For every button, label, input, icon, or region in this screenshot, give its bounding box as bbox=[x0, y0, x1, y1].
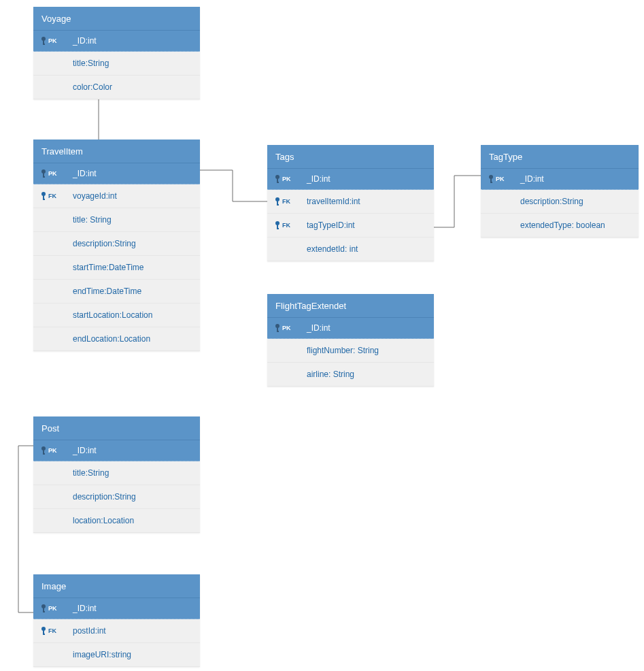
attr-row: extendedType: boolean bbox=[481, 214, 639, 238]
attr-row: location:Location bbox=[33, 509, 200, 533]
fk-row: FK voyageId:int bbox=[33, 184, 200, 208]
key-icon bbox=[40, 446, 47, 455]
attr-row: title:String bbox=[33, 52, 200, 76]
field-text: extendetId: int bbox=[307, 244, 427, 254]
key-tag: PK bbox=[48, 605, 57, 612]
entity-post[interactable]: Post PK _ID:int title:String description… bbox=[33, 416, 200, 533]
fk-row: FK tagTypeID:int bbox=[267, 214, 434, 238]
field-text: imageURI:string bbox=[73, 650, 193, 659]
key-tag: PK bbox=[282, 325, 291, 331]
field-text: startTime:DateTime bbox=[73, 263, 193, 272]
key-icon bbox=[274, 220, 281, 230]
fk-row: FK postId:int bbox=[33, 619, 200, 643]
attr-row: flightNumber: String bbox=[267, 339, 434, 363]
key-tag: PK bbox=[48, 447, 57, 454]
entity-title: Image bbox=[33, 574, 200, 598]
svg-rect-15 bbox=[277, 204, 279, 206]
key-icon bbox=[40, 604, 47, 613]
field-text: _ID:int bbox=[73, 446, 193, 455]
field-text: title:String bbox=[73, 59, 193, 68]
attr-row: endTime:DateTime bbox=[33, 280, 200, 304]
field-text: _ID:int bbox=[520, 174, 632, 184]
field-text: _ID:int bbox=[307, 174, 427, 184]
attr-row: startLocation:Location bbox=[33, 304, 200, 327]
svg-rect-24 bbox=[277, 331, 279, 332]
field-text: endTime:DateTime bbox=[73, 287, 193, 296]
field-text: _ID:int bbox=[73, 604, 193, 613]
field-text: startLocation:Location bbox=[73, 310, 193, 320]
attr-row: extendetId: int bbox=[267, 238, 434, 261]
attr-row: startTime:DateTime bbox=[33, 256, 200, 280]
entity-title: Tags bbox=[267, 145, 434, 169]
field-text: description:String bbox=[73, 492, 193, 502]
key-tag: FK bbox=[282, 198, 290, 205]
key-icon bbox=[40, 169, 47, 178]
svg-rect-6 bbox=[43, 176, 45, 178]
field-text: extendedType: boolean bbox=[520, 220, 632, 230]
key-tag: FK bbox=[48, 627, 56, 634]
entity-tagtype[interactable]: TagType PK _ID:int description:String ex… bbox=[481, 145, 639, 238]
field-text: voyageId:int bbox=[73, 191, 193, 201]
field-text: title:String bbox=[73, 468, 193, 478]
field-text: description:String bbox=[73, 239, 193, 248]
key-tag: PK bbox=[496, 176, 505, 182]
key-tag: FK bbox=[48, 193, 56, 199]
attr-row: description:String bbox=[481, 190, 639, 214]
attr-row: imageURI:string bbox=[33, 643, 200, 667]
key-icon bbox=[40, 191, 47, 201]
svg-rect-21 bbox=[490, 182, 492, 183]
attr-row: endLocation:Location bbox=[33, 327, 200, 351]
field-text: location:Location bbox=[73, 516, 193, 525]
svg-rect-9 bbox=[43, 199, 45, 200]
field-text: tagTypeID:int bbox=[307, 220, 427, 230]
attr-row: airline: String bbox=[267, 363, 434, 387]
key-tag: PK bbox=[48, 170, 57, 177]
field-text: title: String bbox=[73, 215, 193, 225]
entity-travelitem[interactable]: TravelItem PK _ID:int FK voyageId:int ti… bbox=[33, 140, 200, 351]
attr-row: title: String bbox=[33, 208, 200, 232]
svg-rect-33 bbox=[43, 634, 45, 635]
attr-row: title:String bbox=[33, 461, 200, 485]
field-text: flightNumber: String bbox=[307, 346, 427, 355]
key-tag: PK bbox=[48, 37, 57, 44]
entity-title: Post bbox=[33, 416, 200, 440]
pk-row: PK _ID:int bbox=[33, 163, 200, 184]
attr-row: color:Color bbox=[33, 76, 200, 99]
pk-row: PK _ID:int bbox=[481, 169, 639, 190]
key-tag: FK bbox=[282, 222, 290, 229]
key-icon bbox=[40, 626, 47, 636]
field-text: endLocation:Location bbox=[73, 334, 193, 344]
pk-row: PK _ID:int bbox=[33, 31, 200, 52]
svg-rect-27 bbox=[43, 453, 45, 455]
field-text: description:String bbox=[520, 197, 632, 206]
entity-flighttagextendet[interactable]: FlightTagExtendet PK _ID:int flightNumbe… bbox=[267, 294, 434, 387]
entity-tags[interactable]: Tags PK _ID:int FK travelItemId:int FK t… bbox=[267, 145, 434, 261]
key-icon bbox=[274, 197, 281, 206]
entity-title: FlightTagExtendet bbox=[267, 294, 434, 318]
pk-row: PK _ID:int bbox=[267, 318, 434, 339]
fk-row: FK travelItemId:int bbox=[267, 190, 434, 214]
key-tag: PK bbox=[282, 176, 291, 182]
field-text: _ID:int bbox=[73, 169, 193, 178]
field-text: _ID:int bbox=[307, 323, 427, 333]
field-text: postId:int bbox=[73, 626, 193, 636]
svg-rect-30 bbox=[43, 611, 45, 612]
entity-title: TagType bbox=[481, 145, 639, 169]
field-text: airline: String bbox=[307, 370, 427, 379]
key-icon bbox=[40, 36, 47, 46]
svg-rect-12 bbox=[277, 182, 279, 183]
pk-row: PK _ID:int bbox=[33, 440, 200, 461]
key-icon bbox=[274, 323, 281, 333]
attr-row: description:String bbox=[33, 232, 200, 256]
entity-voyage[interactable]: Voyage PK _ID:int title:String color:Col… bbox=[33, 7, 200, 99]
svg-rect-3 bbox=[43, 44, 45, 45]
pk-row: PK _ID:int bbox=[267, 169, 434, 190]
field-text: travelItemId:int bbox=[307, 197, 427, 206]
attr-row: description:String bbox=[33, 485, 200, 509]
field-text: color:Color bbox=[73, 82, 193, 92]
entity-image[interactable]: Image PK _ID:int FK postId:int imageURI:… bbox=[33, 574, 200, 667]
svg-rect-18 bbox=[277, 228, 279, 229]
entity-title: TravelItem bbox=[33, 140, 200, 163]
pk-row: PK _ID:int bbox=[33, 598, 200, 619]
field-text: _ID:int bbox=[73, 36, 193, 46]
